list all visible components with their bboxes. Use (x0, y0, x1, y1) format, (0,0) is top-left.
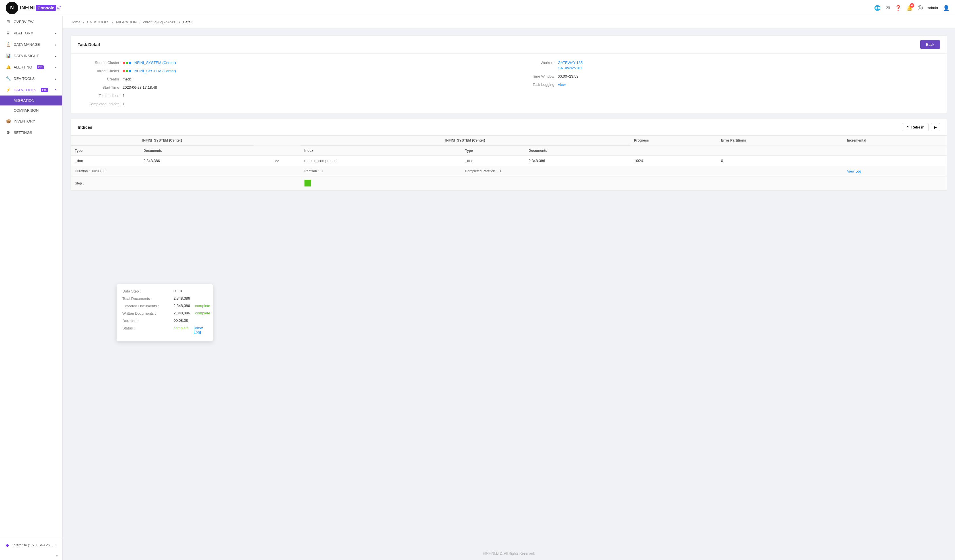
breadcrumb-task-id[interactable]: cidvltl3q95gjkq4iv60 (143, 20, 176, 24)
completed-partition-label: Completed Partition： (465, 169, 499, 173)
source-cluster-label: Source Cluster (82, 61, 119, 65)
view-log-link[interactable]: View Log (847, 169, 861, 173)
sidebar-item-platform[interactable]: 🖥 PLATFORM ∨ (0, 27, 62, 39)
arrow-header (254, 136, 301, 146)
dot-red-2 (123, 70, 125, 72)
notification-icon[interactable]: 🔔 4 (906, 5, 913, 11)
target-cluster-header: INFINI_SYSTEM (Center) (301, 136, 630, 146)
sidebar-item-alerting[interactable]: 🔔 ALERTING Pro ∨ (0, 61, 62, 73)
refresh-button[interactable]: ↻ Refresh (902, 123, 928, 131)
breadcrumb-home[interactable]: Home (70, 20, 81, 24)
pro-badge: Pro (41, 88, 48, 92)
sidebar-item-dev-tools[interactable]: 🔧 DEV TOOLS ∨ (0, 73, 62, 84)
tooltip-written-label: Written Documents： (122, 311, 171, 316)
breadcrumb-current: Detail (183, 20, 192, 24)
dot-red (123, 62, 125, 64)
sidebar-item-data-tools[interactable]: ⚡ DATA TOOLS Pro ∧ (0, 84, 62, 95)
partition-label: Partition： (304, 169, 321, 173)
green-cell (301, 177, 947, 190)
sidebar-item-settings[interactable]: ⚙ SETTINGS (0, 127, 62, 138)
target-index-cell: metircs_compressed (301, 156, 461, 166)
user-brand-icon: Ⓝ (918, 5, 923, 11)
migration-label: MIGRATION (14, 98, 34, 103)
topbar: N INFINI Console /// 🌐 ✉ ❓ 🔔 4 Ⓝ admin 👤 (0, 0, 955, 16)
source-documents-cell: 2,348,386 (139, 156, 254, 166)
sidebar-item-label: SETTINGS (14, 131, 32, 135)
table-row: _doc 2,348,386 >> metircs_compressed _do… (71, 156, 947, 166)
chevron-down-icon: ∨ (54, 66, 56, 69)
cluster-indicator-2 (123, 70, 131, 72)
sidebar-item-label: DATA TOOLS (14, 88, 36, 92)
time-window-value: 00:00~23:59 (558, 74, 579, 78)
logo-console: Console (36, 5, 56, 11)
duration-cell: Duration： 00:08:08 (71, 166, 254, 177)
task-logging-view[interactable]: View (558, 83, 566, 87)
breadcrumb: Home / DATA TOOLS / MIGRATION / cidvltl3… (63, 16, 955, 28)
error-partitions-cell: 0 (717, 156, 843, 166)
logo: N INFINI Console /// (6, 2, 61, 14)
sidebar-item-overview[interactable]: ⊞ OVERVIEW (0, 16, 62, 27)
sidebar-collapse[interactable]: ≡ (0, 551, 62, 560)
progress-header: Progress (630, 136, 717, 146)
sidebar-item-inventory[interactable]: 📦 INVENTORY (0, 115, 62, 127)
diamond-icon: ◆ (6, 542, 9, 548)
creator-value: medcl (123, 77, 133, 81)
target-documents-cell: 2,348,386 (525, 156, 630, 166)
time-window-row: Time Window 00:00~23:59 (517, 74, 935, 78)
help-icon[interactable]: ❓ (895, 5, 901, 11)
worker2-value[interactable]: GATAWAY-181 (558, 66, 582, 70)
card-header: Task Detail Back (71, 36, 947, 54)
start-time-value: 2023-06-28 17:18:48 (123, 85, 157, 89)
indices-title: Indices (78, 125, 92, 129)
target-cluster-name: INFINI_SYSTEM (Center) (133, 69, 176, 73)
chevron-down-icon: ∨ (54, 54, 56, 58)
enterprise-info[interactable]: ◆ Enterprise (1.5.0_SNAPS... › (6, 542, 56, 548)
source-cluster-name: INFINI_SYSTEM (Center) (133, 61, 176, 65)
arrow-cell: >> (254, 156, 301, 166)
tooltip-exported-docs: Exported Documents： 2,348,386 complete (122, 304, 207, 309)
chevron-down-icon: ∨ (54, 31, 56, 35)
workers-label: Workers (517, 61, 554, 65)
source-cluster-value[interactable]: INFINI_SYSTEM (Center) (123, 61, 176, 65)
worker1-value[interactable]: GATEWAY-185 (558, 61, 582, 65)
sidebar-sub-item-migration[interactable]: MIGRATION (0, 95, 62, 106)
tooltip-view-log[interactable]: [View Log] (194, 326, 207, 334)
tooltip-total-docs-label: Total Documents： (122, 296, 171, 301)
play-button[interactable]: ▶ (931, 123, 940, 131)
chevron-down-icon: ∨ (54, 43, 56, 46)
cluster-indicator (123, 62, 131, 64)
avatar-icon[interactable]: 👤 (943, 5, 949, 11)
indices-header: Indices ↻ Refresh ▶ (71, 119, 947, 135)
tooltip-duration-label: Duration： (122, 318, 171, 323)
tooltip-written-status: complete (195, 311, 210, 316)
tooltip-duration-value: 00:08:08 (174, 318, 188, 323)
target-type-header: Type (461, 145, 525, 156)
partition-value: 1 (321, 169, 323, 173)
sidebar-item-data-manage[interactable]: 📋 DATA MANAGE ∨ (0, 39, 62, 50)
sidebar-item-label: DATA INSIGHT (14, 54, 39, 58)
sidebar-sub-item-comparison[interactable]: COMPARISON (0, 106, 62, 115)
target-cluster-row: Target Cluster INFINI_SYSTEM (Center) (82, 69, 500, 73)
mail-icon[interactable]: ✉ (886, 5, 890, 11)
pro-badge: Pro (37, 66, 44, 69)
footer: ©INFINI.LTD, All Rights Reserved. (63, 547, 955, 560)
breadcrumb-migration[interactable]: MIGRATION (116, 20, 137, 24)
back-button[interactable]: Back (920, 40, 940, 49)
refresh-icon: ↻ (906, 125, 910, 129)
breadcrumb-data-tools[interactable]: DATA TOOLS (87, 20, 110, 24)
tooltip-data-step-value: 0 ~ 0 (174, 289, 182, 294)
tooltip-total-docs: Total Documents： 2,348,386 (122, 296, 207, 301)
completed-indices-value: 1 (123, 102, 125, 106)
task-detail-title: Task Detail (78, 42, 100, 47)
tooltip-data-step: Data Step： 0 ~ 0 (122, 289, 207, 294)
logo-text: INFINI (20, 5, 35, 11)
global-icon[interactable]: 🌐 (874, 5, 880, 11)
sidebar-item-data-insight[interactable]: 📊 DATA INSIGHT ∨ (0, 50, 62, 61)
target-cluster-value[interactable]: INFINI_SYSTEM (Center) (123, 69, 176, 73)
dev-tools-icon: 🔧 (6, 76, 11, 81)
duration-value: 00:08:08 (92, 169, 106, 173)
chevron-right-icon: › (55, 543, 56, 547)
incremental-cell (843, 156, 947, 166)
creator-row: Creator medcl (82, 77, 500, 81)
sidebar-item-label: PLATFORM (14, 31, 34, 35)
